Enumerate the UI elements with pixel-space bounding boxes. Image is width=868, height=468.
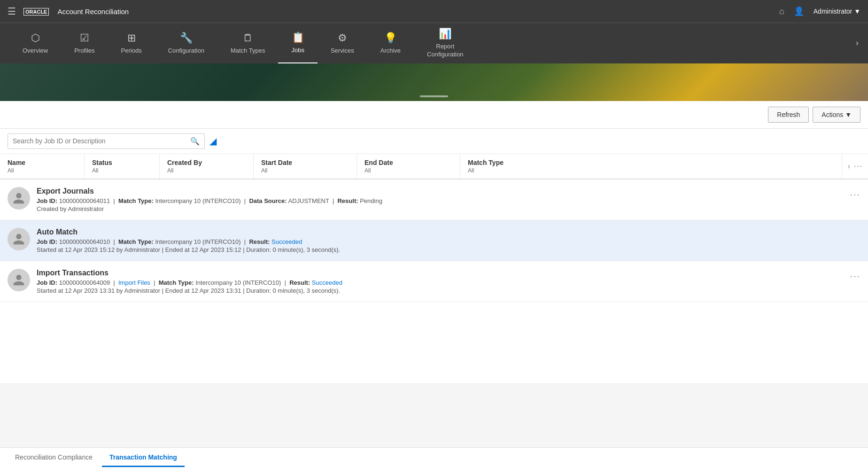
search-bar: 🔍 ◢ bbox=[0, 129, 868, 154]
hamburger-menu[interactable]: ☰ bbox=[8, 6, 16, 17]
user-menu[interactable]: Administrator ▼ bbox=[814, 8, 860, 15]
job-sub: Started at 12 Apr 2023 13:31 by Administ… bbox=[37, 287, 860, 294]
job-details: Export Journals Job ID: 100000000064011 … bbox=[37, 187, 860, 212]
job-sub: Created by Administrator bbox=[37, 205, 860, 212]
nav-report-config[interactable]: 📊 ReportConfiguration bbox=[414, 23, 476, 63]
gear-icon: ⚙ bbox=[338, 32, 347, 44]
nav-periods[interactable]: ⊞ Periods bbox=[108, 23, 155, 63]
top-right-controls: ⌂ 👤 Administrator ▼ bbox=[779, 6, 860, 16]
col-end-date: End Date All bbox=[357, 154, 460, 179]
person-icon bbox=[12, 233, 25, 246]
col-start-date: Start Date All bbox=[254, 154, 357, 179]
user-icon[interactable]: 👤 bbox=[794, 6, 804, 16]
job-row: Export Journals Job ID: 100000000064011 … bbox=[0, 179, 868, 220]
nav-services-label: Services bbox=[331, 47, 354, 54]
top-nav: ☰ ORACLE Account Reconciliation ⌂ 👤 Admi… bbox=[0, 0, 868, 23]
nav-archive[interactable]: 💡 Archive bbox=[367, 23, 414, 63]
job-details: Import Transactions Job ID: 100000000064… bbox=[37, 269, 860, 294]
clipboard-icon: ☑ bbox=[80, 32, 89, 44]
nav-jobs[interactable]: 📋 Jobs bbox=[278, 23, 317, 63]
col-status: Status All bbox=[85, 154, 160, 179]
main-content: Refresh Actions ▼ 🔍 ◢ Name All Status Al… bbox=[0, 101, 868, 383]
row-options-button[interactable]: ··· bbox=[850, 189, 860, 200]
job-title: Auto Match bbox=[37, 228, 860, 236]
app-title: Account Reconciliation bbox=[57, 8, 129, 16]
home-icon[interactable]: ⌂ bbox=[779, 7, 784, 16]
person-icon bbox=[12, 273, 25, 287]
nav-report-config-label: ReportConfiguration bbox=[427, 43, 463, 59]
tools-icon: 🔧 bbox=[180, 32, 193, 44]
nav-overview[interactable]: ⬡ Overview bbox=[9, 23, 61, 63]
col-expand-icon[interactable]: › bbox=[848, 162, 850, 171]
search-input[interactable] bbox=[13, 137, 190, 145]
nav-archive-label: Archive bbox=[380, 47, 401, 54]
report-icon: 📊 bbox=[439, 28, 451, 40]
col-options-icon[interactable]: ··· bbox=[854, 161, 862, 171]
nav-match-types[interactable]: 🗒 Match Types bbox=[217, 23, 278, 63]
nav-match-types-label: Match Types bbox=[231, 47, 265, 54]
filter-icon[interactable]: ◢ bbox=[209, 135, 217, 147]
nav-services[interactable]: ⚙ Services bbox=[318, 23, 367, 63]
job-meta: Job ID: 100000000064009 | Import Files |… bbox=[37, 279, 860, 286]
nav-scroll-arrow[interactable]: › bbox=[856, 23, 859, 63]
refresh-button[interactable]: Refresh bbox=[768, 107, 809, 123]
nav-periods-label: Periods bbox=[121, 47, 142, 54]
oracle-logo-box: ORACLE bbox=[23, 8, 49, 16]
col-actions-header: › ··· bbox=[842, 154, 868, 179]
actions-button[interactable]: Actions ▼ bbox=[813, 107, 860, 123]
jobs-icon: 📋 bbox=[292, 31, 304, 44]
toolbar: Refresh Actions ▼ bbox=[0, 101, 868, 129]
row-options-button[interactable]: ··· bbox=[850, 271, 860, 281]
search-input-wrapper: 🔍 bbox=[8, 133, 205, 149]
table-header: Name All Status All Created By All Start… bbox=[0, 154, 868, 179]
nav-profiles[interactable]: ☑ Profiles bbox=[61, 23, 108, 63]
archive-icon: 💡 bbox=[384, 32, 397, 44]
job-row: Import Transactions Job ID: 100000000064… bbox=[0, 261, 868, 302]
avatar bbox=[8, 187, 30, 210]
hero-banner bbox=[0, 63, 868, 101]
job-title: Import Transactions bbox=[37, 269, 860, 277]
col-match-type: Match Type All bbox=[460, 154, 842, 179]
nav-bar: ⬡ Overview ☑ Profiles ⊞ Periods 🔧 Config… bbox=[0, 23, 868, 63]
job-title: Export Journals bbox=[37, 187, 860, 195]
oracle-logo: ORACLE bbox=[23, 7, 50, 16]
search-icon: 🔍 bbox=[190, 137, 200, 146]
cube-icon: ⬡ bbox=[31, 32, 40, 44]
nav-overview-label: Overview bbox=[23, 47, 48, 54]
job-meta: Job ID: 100000000064011 | Match Type: In… bbox=[37, 197, 860, 204]
sliders-icon: ⊞ bbox=[127, 32, 136, 44]
nav-profiles-label: Profiles bbox=[74, 47, 94, 54]
nav-jobs-label: Jobs bbox=[291, 47, 304, 54]
job-meta: Job ID: 100000000064010 | Match Type: In… bbox=[37, 238, 860, 245]
import-files-link[interactable]: Import Files bbox=[118, 279, 150, 286]
job-row: Auto Match Job ID: 100000000064010 | Mat… bbox=[0, 220, 868, 261]
document-icon: 🗒 bbox=[243, 32, 253, 44]
col-name: Name All bbox=[0, 154, 85, 179]
person-icon bbox=[12, 192, 25, 205]
job-details: Auto Match Job ID: 100000000064010 | Mat… bbox=[37, 228, 860, 253]
nav-configuration[interactable]: 🔧 Configuration bbox=[155, 23, 217, 63]
nav-configuration-label: Configuration bbox=[168, 47, 204, 54]
avatar bbox=[8, 269, 30, 291]
job-sub: Started at 12 Apr 2023 15:12 by Administ… bbox=[37, 246, 860, 253]
col-created-by: Created By All bbox=[160, 154, 254, 179]
avatar bbox=[8, 228, 30, 250]
